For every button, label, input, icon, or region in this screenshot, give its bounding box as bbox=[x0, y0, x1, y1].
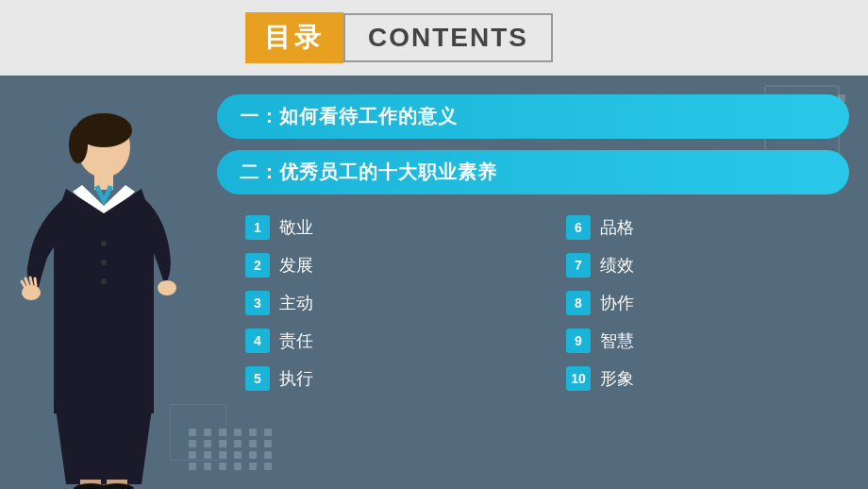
sub-item-text-7: 绩效 bbox=[600, 254, 634, 277]
menu-item-1: 一：如何看待工作的意义 bbox=[217, 94, 849, 139]
sub-item-1: 1敬业 bbox=[245, 211, 528, 244]
menu-item-1-label: 一：如何看待工作的意义 bbox=[240, 104, 458, 129]
sub-item-num-6: 6 bbox=[566, 215, 591, 240]
sub-item-num-5: 5 bbox=[245, 366, 270, 391]
sub-item-7: 7绩效 bbox=[566, 249, 849, 281]
svg-point-16 bbox=[101, 278, 107, 284]
svg-point-9 bbox=[158, 280, 176, 295]
sub-item-4: 4责任 bbox=[245, 325, 528, 357]
person-svg bbox=[14, 111, 193, 489]
sub-item-text-3: 主动 bbox=[279, 292, 313, 314]
sub-item-text-10: 形象 bbox=[600, 367, 634, 390]
person-area bbox=[0, 93, 208, 489]
sub-item-num-9: 9 bbox=[566, 329, 591, 353]
sub-item-num-3: 3 bbox=[245, 291, 270, 315]
svg-line-8 bbox=[35, 278, 36, 286]
content-area: 一：如何看待工作的意义 二：优秀员工的十大职业素养 1敬业6品格2发展7绩效3主… bbox=[217, 94, 849, 395]
sub-item-text-8: 协作 bbox=[600, 292, 634, 314]
svg-point-14 bbox=[101, 241, 107, 246]
menu-item-2-label: 二：优秀员工的十大职业素养 bbox=[240, 160, 497, 185]
top-bar: 目录 CONTENTS bbox=[0, 0, 868, 76]
sub-item-text-5: 执行 bbox=[279, 367, 313, 390]
sub-item-text-4: 责任 bbox=[279, 329, 313, 352]
sub-item-3: 3主动 bbox=[245, 287, 528, 319]
title-english: CONTENTS bbox=[368, 23, 528, 52]
sub-item-num-10: 10 bbox=[566, 366, 591, 391]
svg-line-5 bbox=[22, 281, 25, 288]
title-box: 目录 CONTENTS bbox=[245, 12, 553, 63]
sub-item-text-6: 品格 bbox=[600, 216, 634, 239]
sub-item-8: 8协作 bbox=[566, 287, 849, 319]
svg-point-2 bbox=[69, 126, 88, 163]
main-area: 一：如何看待工作的意义 二：优秀员工的十大职业素养 1敬业6品格2发展7绩效3主… bbox=[0, 76, 868, 489]
sub-item-text-2: 发展 bbox=[279, 254, 313, 277]
sub-item-text-9: 智慧 bbox=[600, 329, 634, 352]
sub-item-num-1: 1 bbox=[245, 215, 270, 240]
sub-item-num-8: 8 bbox=[566, 291, 591, 315]
sub-item-2: 2发展 bbox=[245, 249, 528, 281]
sub-item-num-2: 2 bbox=[245, 253, 270, 278]
menu-item-2: 二：优秀员工的十大职业素养 bbox=[217, 150, 849, 194]
sub-item-10: 10形象 bbox=[566, 363, 849, 395]
sub-item-5: 5执行 bbox=[245, 363, 528, 395]
svg-point-15 bbox=[101, 260, 107, 265]
title-english-wrapper: CONTENTS bbox=[343, 13, 553, 62]
svg-line-6 bbox=[25, 278, 28, 286]
sub-item-num-7: 7 bbox=[566, 253, 591, 278]
svg-line-7 bbox=[30, 278, 32, 285]
sub-item-num-4: 4 bbox=[245, 329, 270, 353]
sub-items-grid: 1敬业6品格2发展7绩效3主动8协作4责任9智慧5执行10形象 bbox=[217, 211, 849, 395]
sub-item-9: 9智慧 bbox=[566, 325, 849, 357]
sub-item-6: 6品格 bbox=[566, 211, 849, 244]
title-chinese: 目录 bbox=[245, 12, 343, 63]
sub-item-text-1: 敬业 bbox=[279, 216, 313, 239]
